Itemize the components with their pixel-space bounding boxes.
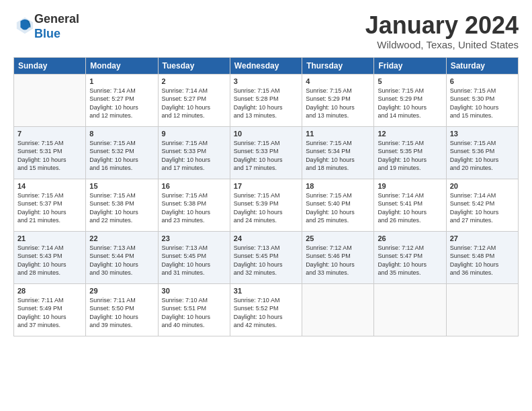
calendar-cell: 4Sunrise: 7:15 AM Sunset: 5:29 PM Daylig… [302, 74, 374, 126]
day-number: 14 [17, 182, 82, 190]
day-info: Sunrise: 7:13 AM Sunset: 5:45 PM Dayligh… [162, 244, 226, 277]
day-number: 31 [234, 287, 298, 295]
day-info: Sunrise: 7:13 AM Sunset: 5:44 PM Dayligh… [89, 244, 154, 277]
day-info: Sunrise: 7:15 AM Sunset: 5:35 PM Dayligh… [378, 139, 442, 173]
calendar-cell: 2Sunrise: 7:14 AM Sunset: 5:27 PM Daylig… [158, 74, 230, 126]
logo-icon [15, 16, 34, 35]
calendar-cell: 18Sunrise: 7:15 AM Sunset: 5:40 PM Dayli… [302, 179, 374, 231]
calendar-cell: 27Sunrise: 7:12 AM Sunset: 5:48 PM Dayli… [446, 231, 518, 283]
weekday-header-monday: Monday [86, 57, 158, 74]
day-info: Sunrise: 7:15 AM Sunset: 5:28 PM Dayligh… [234, 87, 298, 120]
day-number: 26 [378, 234, 442, 242]
day-info: Sunrise: 7:15 AM Sunset: 5:33 PM Dayligh… [234, 139, 298, 173]
calendar-week-row: 1Sunrise: 7:14 AM Sunset: 5:27 PM Daylig… [14, 74, 519, 126]
day-info: Sunrise: 7:15 AM Sunset: 5:38 PM Dayligh… [162, 191, 226, 225]
calendar-week-row: 28Sunrise: 7:11 AM Sunset: 5:49 PM Dayli… [14, 283, 519, 336]
day-number: 8 [89, 130, 154, 138]
day-info: Sunrise: 7:12 AM Sunset: 5:46 PM Dayligh… [306, 244, 370, 277]
calendar-cell: 5Sunrise: 7:15 AM Sunset: 5:29 PM Daylig… [374, 74, 446, 126]
calendar-week-row: 21Sunrise: 7:14 AM Sunset: 5:43 PM Dayli… [14, 231, 519, 283]
day-info: Sunrise: 7:15 AM Sunset: 5:36 PM Dayligh… [450, 139, 515, 173]
day-info: Sunrise: 7:15 AM Sunset: 5:29 PM Dayligh… [306, 87, 370, 120]
day-number: 11 [306, 130, 370, 138]
day-number: 18 [306, 182, 370, 190]
day-number: 3 [234, 77, 298, 85]
weekday-header-sunday: Sunday [14, 57, 86, 74]
calendar-week-row: 14Sunrise: 7:15 AM Sunset: 5:37 PM Dayli… [14, 179, 519, 231]
day-number: 15 [89, 182, 154, 190]
day-info: Sunrise: 7:15 AM Sunset: 5:29 PM Dayligh… [378, 87, 442, 120]
day-info: Sunrise: 7:15 AM Sunset: 5:32 PM Dayligh… [89, 139, 154, 173]
logo-general-text: General [34, 12, 79, 26]
calendar-cell: 22Sunrise: 7:13 AM Sunset: 5:44 PM Dayli… [86, 231, 158, 283]
calendar-cell [14, 74, 86, 126]
calendar-cell: 29Sunrise: 7:11 AM Sunset: 5:50 PM Dayli… [86, 283, 158, 336]
day-number: 23 [162, 234, 226, 242]
calendar-cell: 17Sunrise: 7:15 AM Sunset: 5:39 PM Dayli… [230, 179, 302, 231]
calendar-cell: 11Sunrise: 7:15 AM Sunset: 5:34 PM Dayli… [302, 126, 374, 179]
calendar-cell: 30Sunrise: 7:10 AM Sunset: 5:51 PM Dayli… [158, 283, 230, 336]
day-info: Sunrise: 7:14 AM Sunset: 5:27 PM Dayligh… [162, 87, 226, 120]
calendar-cell: 10Sunrise: 7:15 AM Sunset: 5:33 PM Dayli… [230, 126, 302, 179]
calendar-cell: 1Sunrise: 7:14 AM Sunset: 5:27 PM Daylig… [86, 74, 158, 126]
day-info: Sunrise: 7:12 AM Sunset: 5:47 PM Dayligh… [378, 244, 442, 277]
day-number: 30 [162, 287, 226, 295]
calendar-cell: 3Sunrise: 7:15 AM Sunset: 5:28 PM Daylig… [230, 74, 302, 126]
calendar-cell: 12Sunrise: 7:15 AM Sunset: 5:35 PM Dayli… [374, 126, 446, 179]
header: General Blue January 2024 Wildwood, Texa… [13, 12, 519, 50]
day-info: Sunrise: 7:11 AM Sunset: 5:49 PM Dayligh… [17, 296, 82, 330]
day-info: Sunrise: 7:15 AM Sunset: 5:31 PM Dayligh… [17, 139, 82, 173]
day-number: 2 [162, 77, 226, 85]
calendar-cell: 26Sunrise: 7:12 AM Sunset: 5:47 PM Dayli… [374, 231, 446, 283]
day-number: 1 [89, 77, 154, 85]
day-info: Sunrise: 7:14 AM Sunset: 5:42 PM Dayligh… [450, 191, 515, 225]
title-block: January 2024 Wildwood, Texas, United Sta… [365, 12, 519, 50]
weekday-header-tuesday: Tuesday [158, 57, 230, 74]
calendar-cell: 23Sunrise: 7:13 AM Sunset: 5:45 PM Dayli… [158, 231, 230, 283]
weekday-header-thursday: Thursday [302, 57, 374, 74]
page: General Blue January 2024 Wildwood, Texa… [0, 0, 532, 343]
day-number: 10 [234, 130, 298, 138]
day-number: 6 [450, 77, 515, 85]
day-info: Sunrise: 7:10 AM Sunset: 5:51 PM Dayligh… [162, 296, 226, 330]
calendar-cell: 24Sunrise: 7:13 AM Sunset: 5:45 PM Dayli… [230, 231, 302, 283]
day-info: Sunrise: 7:13 AM Sunset: 5:45 PM Dayligh… [234, 244, 298, 277]
day-number: 21 [17, 234, 82, 242]
day-number: 28 [17, 287, 82, 295]
calendar-cell: 25Sunrise: 7:12 AM Sunset: 5:46 PM Dayli… [302, 231, 374, 283]
day-number: 4 [306, 77, 370, 85]
calendar-cell: 16Sunrise: 7:15 AM Sunset: 5:38 PM Dayli… [158, 179, 230, 231]
day-number: 20 [450, 182, 515, 190]
calendar-cell [374, 283, 446, 336]
day-number: 22 [89, 234, 154, 242]
day-number: 13 [450, 130, 515, 138]
day-number: 7 [17, 130, 82, 138]
day-info: Sunrise: 7:14 AM Sunset: 5:43 PM Dayligh… [17, 244, 82, 277]
calendar-week-row: 7Sunrise: 7:15 AM Sunset: 5:31 PM Daylig… [14, 126, 519, 179]
calendar-cell [446, 283, 518, 336]
calendar-subtitle: Wildwood, Texas, United States [365, 39, 519, 50]
calendar-cell: 20Sunrise: 7:14 AM Sunset: 5:42 PM Dayli… [446, 179, 518, 231]
day-info: Sunrise: 7:11 AM Sunset: 5:50 PM Dayligh… [89, 296, 154, 330]
day-info: Sunrise: 7:14 AM Sunset: 5:27 PM Dayligh… [89, 87, 154, 120]
calendar-cell: 15Sunrise: 7:15 AM Sunset: 5:38 PM Dayli… [86, 179, 158, 231]
calendar-cell: 7Sunrise: 7:15 AM Sunset: 5:31 PM Daylig… [14, 126, 86, 179]
calendar-cell: 8Sunrise: 7:15 AM Sunset: 5:32 PM Daylig… [86, 126, 158, 179]
day-info: Sunrise: 7:15 AM Sunset: 5:39 PM Dayligh… [234, 191, 298, 225]
day-info: Sunrise: 7:12 AM Sunset: 5:48 PM Dayligh… [450, 244, 515, 277]
calendar-cell: 21Sunrise: 7:14 AM Sunset: 5:43 PM Dayli… [14, 231, 86, 283]
day-number: 19 [378, 182, 442, 190]
day-info: Sunrise: 7:15 AM Sunset: 5:38 PM Dayligh… [89, 191, 154, 225]
day-info: Sunrise: 7:15 AM Sunset: 5:40 PM Dayligh… [306, 191, 370, 225]
day-number: 17 [234, 182, 298, 190]
day-number: 9 [162, 130, 226, 138]
day-info: Sunrise: 7:15 AM Sunset: 5:30 PM Dayligh… [450, 87, 515, 120]
day-number: 12 [378, 130, 442, 138]
calendar-cell: 14Sunrise: 7:15 AM Sunset: 5:37 PM Dayli… [14, 179, 86, 231]
logo-blue-text: Blue [34, 27, 60, 40]
day-number: 16 [162, 182, 226, 190]
calendar-cell: 19Sunrise: 7:14 AM Sunset: 5:41 PM Dayli… [374, 179, 446, 231]
day-number: 29 [89, 287, 154, 295]
calendar-title: January 2024 [365, 12, 519, 39]
weekday-header-row: SundayMondayTuesdayWednesdayThursdayFrid… [14, 57, 519, 74]
